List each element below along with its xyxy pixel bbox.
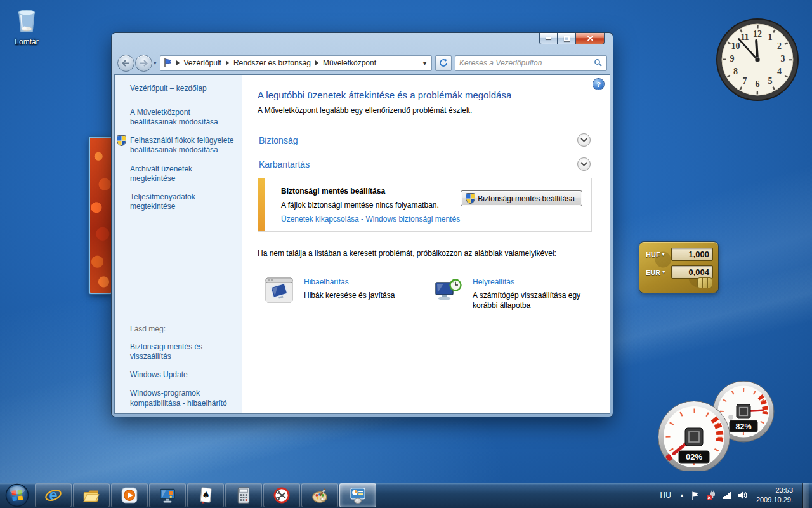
sidebar-item-performance[interactable]: Teljesítményadatok megtekintése	[130, 192, 235, 211]
navigation-bar: ▾ Vezérlőpult Rendszer és biztonság Műve…	[115, 51, 610, 75]
svg-text:7: 7	[743, 76, 747, 86]
maximize-button[interactable]	[558, 33, 576, 44]
svg-text:8: 8	[733, 67, 738, 76]
section-maintenance[interactable]: Karbantartás	[258, 152, 592, 176]
power-plug-icon[interactable]	[706, 490, 717, 500]
breadcrumb-separator-icon	[176, 60, 180, 65]
see-also-windows-update[interactable]: Windows Update	[130, 370, 237, 380]
close-icon	[587, 36, 594, 41]
folder-icon	[82, 487, 100, 504]
sidebar-item-archived-messages[interactable]: Archivált üzenetek megtekintése	[130, 164, 235, 184]
help-button[interactable]: ?	[593, 79, 604, 90]
svg-text:6: 6	[756, 79, 760, 89]
recent-pages-dropdown[interactable]: ▾	[154, 60, 157, 66]
section-security[interactable]: Biztonság	[258, 128, 592, 152]
taskbar-media-player[interactable]	[111, 483, 148, 507]
close-button[interactable]	[576, 33, 605, 44]
search-icon[interactable]	[594, 58, 603, 67]
section-security-label: Biztonság	[259, 135, 298, 145]
breadcrumb-system-security[interactable]: Rendszer és biztonság	[230, 57, 314, 69]
uac-shield-icon	[117, 136, 126, 145]
taskbar-windows-explorer[interactable]	[73, 483, 110, 507]
sidebar-item-uac[interactable]: Felhasználói fiókok felügyelete beállítá…	[130, 136, 235, 155]
speaker-icon[interactable]	[737, 490, 748, 500]
snipping-tool-icon	[273, 486, 291, 504]
recovery-shortcut[interactable]: Helyreállítás A számítógép visszaállítás…	[434, 277, 584, 311]
currency-from-dropdown-icon[interactable]: ▾	[662, 251, 665, 257]
refresh-button[interactable]	[435, 55, 452, 71]
svg-text:4: 4	[777, 67, 782, 76]
action-center-tray-flag-icon[interactable]	[690, 491, 700, 500]
expand-maintenance-button[interactable]	[577, 157, 591, 171]
currency-gadget[interactable]: HUF ▾ 1,000 EUR ▾ 0,004	[639, 242, 718, 293]
see-also-heading: Lásd még:	[130, 324, 237, 334]
currency-to-dropdown-icon[interactable]: ▾	[662, 269, 665, 275]
see-also-compatibility[interactable]: Windows-programok kompatibilitása - hiba…	[130, 389, 237, 408]
clock-gadget[interactable]: 12 1 2 3 4 5 6 7 8 9 10 11	[716, 18, 799, 104]
sidebar-item-change-settings[interactable]: A Műveletközpont beállításainak módosítá…	[130, 108, 235, 127]
maximize-icon	[564, 36, 570, 41]
troubleshooting-link[interactable]: Hibaelhárítás	[304, 277, 395, 286]
minimize-button[interactable]	[539, 33, 558, 44]
action-center-flag-icon	[163, 58, 173, 68]
taskbar-solitaire[interactable]: ♠	[187, 483, 224, 507]
cpu-gauge: 02%	[658, 401, 730, 472]
recovery-icon[interactable]	[434, 277, 463, 304]
taskbar-control-panel-active[interactable]	[339, 483, 376, 507]
see-also-backup-restore[interactable]: Biztonsági mentés és visszaállítás	[130, 342, 237, 361]
address-dropdown-icon[interactable]: ▾	[421, 60, 429, 67]
recovery-link[interactable]: Helyreállítás	[473, 277, 584, 286]
currency-to-code[interactable]: EUR	[646, 269, 660, 276]
troubleshooting-icon[interactable]	[265, 277, 294, 304]
cpu-percentage: 02%	[686, 452, 702, 462]
show-desktop-button[interactable]	[802, 483, 809, 508]
search-input[interactable]	[459, 58, 594, 67]
section-maintenance-label: Karbantartás	[259, 159, 310, 170]
internet-explorer-icon: e	[44, 486, 62, 504]
see-also-section: Lásd még: Biztonsági mentés és visszaáll…	[130, 324, 237, 416]
backup-messages-link[interactable]: Üzenetek kikapcsolása - Windows biztonsá…	[281, 215, 581, 224]
forward-button[interactable]	[135, 55, 152, 72]
setup-backup-button[interactable]: Biztonsági mentés beállítása	[461, 190, 582, 206]
troubleshooting-shortcut[interactable]: Hibaelhárítás Hibák keresése és javítása	[265, 277, 434, 311]
taskbar-paint[interactable]	[301, 483, 338, 507]
taskbar-internet-explorer[interactable]: e	[35, 483, 72, 507]
refresh-icon	[439, 58, 448, 67]
breadcrumb-action-center[interactable]: Műveletközpont	[320, 57, 379, 69]
taskbar-gadget-gallery[interactable]	[149, 483, 186, 507]
start-button[interactable]	[0, 483, 34, 508]
gadget-gallery-icon	[159, 487, 176, 504]
tray-time: 23:53	[756, 486, 793, 495]
desktop: Lomtár	[0, 0, 812, 508]
sidebar-item-home[interactable]: Vezérlőpult – kezdőlap	[130, 84, 235, 93]
window-titlebar[interactable]	[115, 33, 610, 51]
currency-to-value: 0,004	[671, 265, 713, 279]
language-indicator[interactable]: HU	[658, 490, 674, 501]
back-button[interactable]	[117, 55, 134, 72]
taskbar-calculator[interactable]	[225, 483, 262, 507]
tray-clock[interactable]: 23:53 2009.10.29.	[754, 486, 797, 505]
svg-text:♠: ♠	[202, 490, 211, 500]
sidebar-item-uac-label: Felhasználói fiókok felügyelete beállítá…	[130, 136, 233, 154]
recycle-bin[interactable]: Lomtár	[8, 5, 46, 46]
network-signal-icon[interactable]	[723, 492, 731, 499]
windows-start-icon	[5, 483, 29, 507]
card-chip-icon	[697, 277, 712, 288]
back-arrow-icon	[122, 60, 130, 67]
background-photo-window[interactable]	[89, 137, 112, 294]
media-player-icon	[121, 486, 138, 504]
breadcrumb-control-panel[interactable]: Vezérlőpult	[181, 57, 225, 69]
page-subtitle: A Műveletközpont legalább egy ellenőrize…	[258, 106, 592, 115]
address-bar[interactable]: Vezérlőpult Rendszer és biztonság Művele…	[160, 55, 432, 71]
show-hidden-icons-button[interactable]: ▲	[679, 493, 684, 498]
chevron-down-icon	[580, 162, 587, 166]
search-box[interactable]	[455, 55, 607, 71]
setup-backup-button-label: Biztonsági mentés beállítása	[478, 194, 575, 203]
cpu-meter-gadget[interactable]: 82% 02%	[653, 381, 787, 474]
expand-security-button[interactable]	[577, 133, 591, 147]
currency-from-code[interactable]: HUF	[646, 251, 660, 258]
svg-text:1: 1	[768, 32, 773, 42]
taskbar-snipping-tool[interactable]	[263, 483, 300, 507]
svg-text:5: 5	[768, 76, 773, 86]
paint-icon	[311, 487, 329, 504]
